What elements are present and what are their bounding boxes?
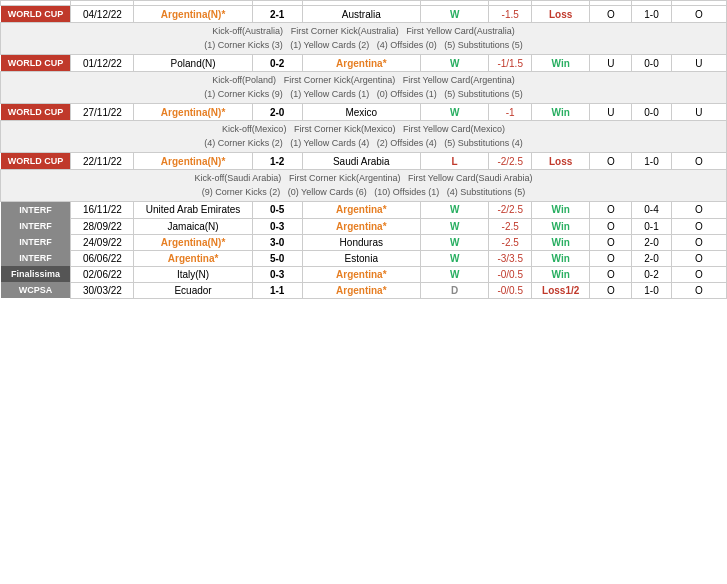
- subs-detail: (5) Substitutions (5): [444, 40, 523, 50]
- corner-kick-info: First Corner Kick(Argentina): [284, 75, 396, 85]
- team1-cell: Italy(N): [134, 266, 252, 282]
- subs-detail: (5) Substitutions (5): [444, 89, 523, 99]
- over25-cell: Win: [532, 266, 590, 282]
- ht-cell: 0-0: [632, 104, 671, 121]
- over075-cell: U: [671, 55, 726, 72]
- ht-cell: 2-0: [632, 250, 671, 266]
- table-row: WORLD CUP27/11/22Argentina(N)*2-0MexicoW…: [1, 104, 727, 121]
- table-row: Finalissima02/06/22Italy(N)0-3Argentina*…: [1, 266, 727, 282]
- yellow-card-info: First Yellow Card(Saudi Arabia): [408, 173, 533, 183]
- over075-cell: O: [671, 266, 726, 282]
- oddeven-cell: O: [590, 202, 632, 219]
- team1-cell: Ecuador: [134, 282, 252, 298]
- over075-cell: O: [671, 234, 726, 250]
- ht-cell: 0-2: [632, 266, 671, 282]
- oddeven-cell: O: [590, 234, 632, 250]
- ht-cell: 0-1: [632, 218, 671, 234]
- yellows-detail: (1) Yellow Cards (1): [290, 89, 369, 99]
- expand-row: Kick-off(Australia) First Corner Kick(Au…: [1, 23, 727, 55]
- offsides-detail: (2) Offsides (4): [377, 138, 437, 148]
- ht-cell: 2-0: [632, 234, 671, 250]
- team2-cell: Argentina*: [302, 218, 420, 234]
- result-cell: 1-1: [252, 282, 302, 298]
- sub-info: Kick-off(Australia) First Corner Kick(Au…: [4, 25, 723, 52]
- over25-cell: Loss: [532, 6, 590, 23]
- team2-cell: Australia: [302, 6, 420, 23]
- date-cell: 06/06/22: [71, 250, 134, 266]
- odds-cell: -2.5: [489, 234, 532, 250]
- odds-cell: -1/1.5: [489, 55, 532, 72]
- result-cell: 1-2: [252, 153, 302, 170]
- ht-cell: 0-4: [632, 202, 671, 219]
- corners-detail: (9) Corner Kicks (2): [202, 187, 281, 197]
- team1-cell: Argentina(N)*: [134, 153, 252, 170]
- team2-cell: Argentina*: [302, 266, 420, 282]
- match-type-cell: WORLD CUP: [1, 6, 71, 23]
- ht-cell: 0-0: [632, 55, 671, 72]
- table-row: INTERF06/06/22Argentina*5-0EstoniaW-3/3.…: [1, 250, 727, 266]
- ht-cell: 1-0: [632, 6, 671, 23]
- corner-kick-info: First Corner Kick(Mexico): [294, 124, 396, 134]
- odds-cell: -2.5: [489, 218, 532, 234]
- yellow-card-info: First Yellow Card(Mexico): [403, 124, 505, 134]
- expand-cell: Kick-off(Saudi Arabia) First Corner Kick…: [1, 170, 727, 202]
- odds-cell: -0/0.5: [489, 282, 532, 298]
- expand-cell: Kick-off(Australia) First Corner Kick(Au…: [1, 23, 727, 55]
- team1-cell: Argentina(N)*: [134, 234, 252, 250]
- match-type-cell: WORLD CUP: [1, 104, 71, 121]
- date-cell: 28/09/22: [71, 218, 134, 234]
- corners-detail: (4) Corner Kicks (2): [204, 138, 283, 148]
- oddeven-cell: U: [590, 104, 632, 121]
- date-cell: 16/11/22: [71, 202, 134, 219]
- date-cell: 27/11/22: [71, 104, 134, 121]
- over075-cell: U: [671, 104, 726, 121]
- result-cell: 0-5: [252, 202, 302, 219]
- result-cell: 5-0: [252, 250, 302, 266]
- kickoff-info: Kick-off(Mexico): [222, 124, 286, 134]
- main-table: WORLD CUP04/12/22Argentina(N)*2-1Austral…: [0, 0, 727, 299]
- expand-row: Kick-off(Saudi Arabia) First Corner Kick…: [1, 170, 727, 202]
- over25-cell: Win: [532, 104, 590, 121]
- ht-cell: 1-0: [632, 282, 671, 298]
- ht-cell: 1-0: [632, 153, 671, 170]
- handicap-cell: W: [420, 250, 488, 266]
- over25-cell: Loss: [532, 153, 590, 170]
- over25-cell: Win: [532, 218, 590, 234]
- handicap-cell: W: [420, 202, 488, 219]
- result-cell: 2-0: [252, 104, 302, 121]
- table-body: WORLD CUP04/12/22Argentina(N)*2-1Austral…: [1, 6, 727, 299]
- team1-cell: United Arab Emirates: [134, 202, 252, 219]
- odds-cell: -1: [489, 104, 532, 121]
- handicap-cell: W: [420, 104, 488, 121]
- table-row: WORLD CUP22/11/22Argentina(N)*1-2Saudi A…: [1, 153, 727, 170]
- match-type-cell: Finalissima: [1, 266, 71, 282]
- team2-cell: Saudi Arabia: [302, 153, 420, 170]
- team1-cell: Argentina(N)*: [134, 104, 252, 121]
- match-type-cell: INTERF: [1, 234, 71, 250]
- table-row: WORLD CUP04/12/22Argentina(N)*2-1Austral…: [1, 6, 727, 23]
- team2-cell: Honduras: [302, 234, 420, 250]
- handicap-cell: W: [420, 55, 488, 72]
- subs-detail: (5) Substitutions (4): [444, 138, 523, 148]
- handicap-cell: W: [420, 234, 488, 250]
- over25-cell: Win: [532, 202, 590, 219]
- yellows-detail: (1) Yellow Cards (2): [290, 40, 369, 50]
- offsides-detail: (10) Offsides (1): [374, 187, 439, 197]
- offsides-detail: (4) Offsides (0): [377, 40, 437, 50]
- over075-cell: O: [671, 6, 726, 23]
- handicap-cell: W: [420, 6, 488, 23]
- result-cell: 2-1: [252, 6, 302, 23]
- corner-kick-info: First Corner Kick(Australia): [291, 26, 399, 36]
- expand-row: Kick-off(Poland) First Corner Kick(Argen…: [1, 72, 727, 104]
- team2-cell: Argentina*: [302, 282, 420, 298]
- oddeven-cell: O: [590, 250, 632, 266]
- over25-cell: Loss1/2: [532, 282, 590, 298]
- result-cell: 0-2: [252, 55, 302, 72]
- team2-cell: Argentina*: [302, 55, 420, 72]
- odds-cell: -2/2.5: [489, 153, 532, 170]
- oddeven-cell: O: [590, 218, 632, 234]
- sub-info: Kick-off(Saudi Arabia) First Corner Kick…: [4, 172, 723, 199]
- result-cell: 0-3: [252, 218, 302, 234]
- match-type-cell: INTERF: [1, 202, 71, 219]
- date-cell: 02/06/22: [71, 266, 134, 282]
